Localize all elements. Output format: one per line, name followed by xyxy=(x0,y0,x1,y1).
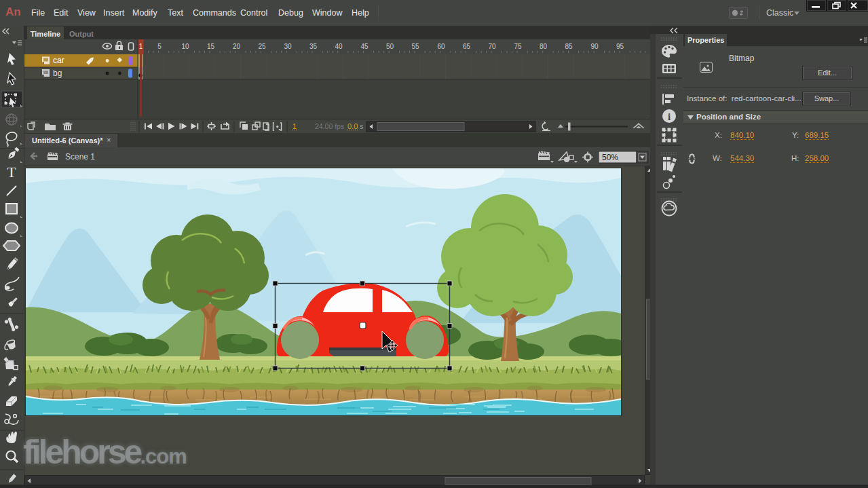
svg-text:T: T xyxy=(7,164,16,181)
svg-text:80: 80 xyxy=(540,43,548,50)
svg-text:10: 10 xyxy=(181,43,189,50)
svg-text:25: 25 xyxy=(258,43,266,50)
svg-text:30: 30 xyxy=(284,43,292,50)
svg-text:i: i xyxy=(668,111,671,122)
svg-text:55: 55 xyxy=(411,43,419,50)
svg-text:5: 5 xyxy=(157,43,162,50)
svg-text:1: 1 xyxy=(139,43,143,50)
svg-text:70: 70 xyxy=(488,43,496,50)
svg-text:65: 65 xyxy=(463,43,471,50)
svg-text:35: 35 xyxy=(309,43,318,50)
svg-text:40: 40 xyxy=(335,43,343,50)
svg-text:50: 50 xyxy=(386,43,394,50)
svg-text:85: 85 xyxy=(565,43,573,50)
svg-text:45: 45 xyxy=(360,43,369,50)
svg-text:20: 20 xyxy=(233,43,241,50)
svg-text:15: 15 xyxy=(207,43,215,50)
svg-text:90: 90 xyxy=(590,43,599,50)
svg-text:1: 1 xyxy=(293,122,297,130)
svg-text:50%: 50% xyxy=(602,153,618,162)
svg-text:0.0: 0.0 xyxy=(347,122,358,130)
svg-text:car: car xyxy=(53,56,64,65)
svg-text:75: 75 xyxy=(514,43,522,50)
svg-text:60: 60 xyxy=(437,43,445,50)
svg-text:s: s xyxy=(360,122,364,130)
svg-text:24.00 fps: 24.00 fps xyxy=(315,122,344,130)
svg-text:bg: bg xyxy=(53,69,62,78)
svg-text:95: 95 xyxy=(616,43,624,50)
